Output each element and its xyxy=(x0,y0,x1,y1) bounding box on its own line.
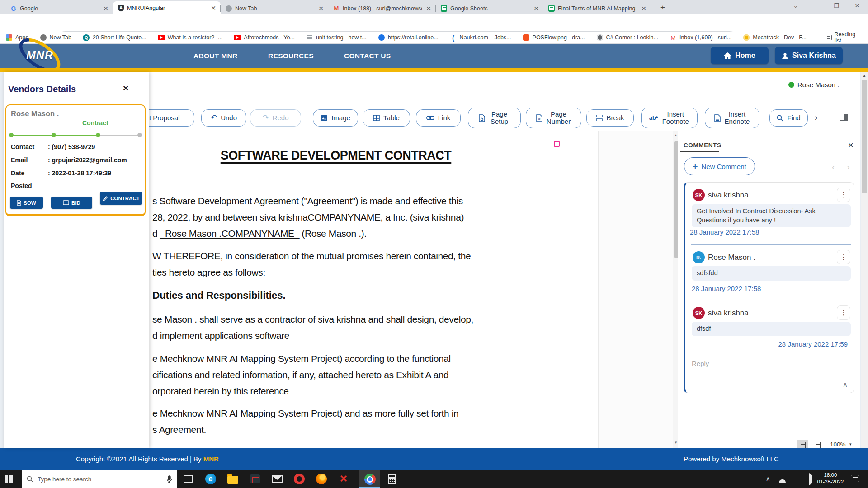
nav-contact-us[interactable]: CONTACT US xyxy=(344,44,391,68)
window-restore-icon[interactable]: ❐ xyxy=(827,0,845,13)
table-button[interactable]: Table xyxy=(363,109,410,127)
tab-google-sheets[interactable]: Google Sheets ✕ xyxy=(436,2,543,14)
bookmark-csharp-corner[interactable]: C# Corner : Lookin... xyxy=(596,34,658,41)
bid-button[interactable]: BID xyxy=(51,197,92,209)
document-line: e Mechknow MNR AI Mapping System Project… xyxy=(152,353,451,364)
opera-icon[interactable] xyxy=(293,473,305,485)
find-button[interactable]: Find xyxy=(769,109,808,127)
tab-new-tab[interactable]: New Tab ✕ xyxy=(221,2,328,14)
document-viewer[interactable]: SOFTWARE DEVELOPMENT CONTRACT s Software… xyxy=(149,131,673,448)
mnr-logo[interactable]: MNR xyxy=(16,42,67,68)
nav-about-mnr[interactable]: ABOUT MNR xyxy=(193,44,237,68)
comment-menu-icon[interactable]: ⋮ xyxy=(837,188,850,202)
page-setup-button[interactable]: Page Setup xyxy=(468,108,521,128)
tab-google[interactable]: G Google ✕ xyxy=(5,2,113,14)
new-tab-button[interactable]: + xyxy=(656,3,669,13)
user-button[interactable]: Siva Krishna xyxy=(775,47,843,64)
tab-close-icon[interactable]: ✕ xyxy=(640,5,647,12)
insert-endnote-icon xyxy=(714,114,721,122)
comment-menu-icon[interactable]: ⋮ xyxy=(837,250,850,264)
document-page[interactable]: SOFTWARE DEVELOPMENT CONTRACT s Software… xyxy=(149,131,599,448)
action-center-icon[interactable] xyxy=(851,475,859,482)
window-close-icon[interactable]: ✕ xyxy=(848,0,866,13)
tray-expand-icon[interactable]: ∧ xyxy=(766,475,770,482)
nav-resources[interactable]: RESOURCES xyxy=(268,44,314,68)
side-panel-toggle-icon[interactable] xyxy=(840,114,848,121)
bookmark-new-tab[interactable]: New Tab xyxy=(40,34,71,41)
scrollbar-thumb[interactable] xyxy=(674,141,678,258)
tab-inbox[interactable]: M Inbox (188) - suri@mechknowsof ✕ xyxy=(328,2,436,14)
collapse-thread-icon[interactable]: ∧ xyxy=(843,380,848,389)
search-input[interactable] xyxy=(38,476,162,483)
reply-input[interactable] xyxy=(691,358,851,371)
page-number-button[interactable]: # Page Number xyxy=(526,108,581,128)
calculator-icon[interactable] xyxy=(386,473,398,485)
window-minimize-icon[interactable]: — xyxy=(807,0,825,13)
scrollbar-thumb[interactable] xyxy=(862,80,867,193)
tray-volume-icon[interactable] xyxy=(807,475,814,483)
task-view-icon[interactable] xyxy=(182,473,194,485)
bookmark-inbox[interactable]: MInbox (1,609) - suri... xyxy=(670,34,731,41)
tab-close-icon[interactable]: ✕ xyxy=(425,5,432,12)
microphone-icon[interactable] xyxy=(166,475,172,483)
document-line: orporated herein by this reference xyxy=(152,386,289,397)
scroll-up-icon[interactable]: ▲ xyxy=(674,133,678,137)
taskbar-search[interactable] xyxy=(22,470,177,488)
page-scrollbar[interactable]: ▲ xyxy=(861,72,868,448)
red-x-app-icon[interactable]: ✕ xyxy=(338,473,349,485)
tab-close-icon[interactable]: ✕ xyxy=(210,5,217,12)
vendors-close-icon[interactable]: × xyxy=(123,83,128,94)
comment-anchor-marker-icon[interactable] xyxy=(554,141,560,147)
contract-button[interactable]: CONTRACT xyxy=(100,192,142,205)
bookmark-label: New Tab xyxy=(50,34,71,41)
redo-button[interactable]: ↷ Redo xyxy=(250,109,301,127)
undo-button[interactable]: ↶ Undo xyxy=(201,109,246,127)
insert-footnote-button[interactable]: ab¹ Insert Footnote xyxy=(641,108,698,128)
chrome-icon[interactable] xyxy=(364,473,376,485)
image-button[interactable]: Image xyxy=(313,109,358,127)
bookmark-afrotechmods[interactable]: Afrotechmods - Yo... xyxy=(234,34,295,41)
bookmark-posflow[interactable]: POSFlow.png - dra... xyxy=(523,34,585,41)
scroll-up-icon[interactable]: ▲ xyxy=(863,74,866,78)
zoom-caret-icon[interactable]: ▾ xyxy=(849,442,852,446)
break-button[interactable]: Break xyxy=(586,109,634,127)
window-menu-chevron-icon[interactable]: ⌄ xyxy=(787,0,805,13)
bookmark-unit-testing[interactable]: unit testing - how t... xyxy=(306,34,367,41)
store-app-icon[interactable] xyxy=(249,473,261,485)
start-button-icon[interactable] xyxy=(5,475,13,483)
tab-close-icon[interactable]: ✕ xyxy=(102,5,109,12)
toolbar-expand-chevron-icon[interactable]: › xyxy=(815,113,817,122)
bookmark-resistor[interactable]: What is a resistor? -... xyxy=(158,34,223,41)
footer-brand[interactable]: MNR xyxy=(203,455,219,463)
new-comment-button[interactable]: + New Comment xyxy=(684,157,755,175)
firefox-icon[interactable] xyxy=(316,473,327,485)
home-button[interactable]: Home xyxy=(711,47,769,64)
progress-dot xyxy=(52,133,56,137)
scroll-down-icon[interactable]: ▼ xyxy=(674,441,678,445)
bookmark-naukri[interactable]: (Naukri.com – Jobs... xyxy=(450,34,511,41)
next-comment-icon[interactable]: › xyxy=(847,162,850,172)
mail-icon[interactable] xyxy=(271,473,283,485)
comments-close-icon[interactable]: × xyxy=(848,140,854,150)
tab-final-tests[interactable]: Final Tests of MNR AI Mapping Sy ✕ xyxy=(543,2,651,14)
tab-close-icon[interactable]: ✕ xyxy=(533,5,540,12)
zoom-level-label[interactable]: 100% xyxy=(830,441,846,448)
bookmark-quotes[interactable]: Q20 Short Life Quote... xyxy=(83,34,146,41)
progress-dot xyxy=(96,133,100,137)
reading-list-button[interactable]: Reading list xyxy=(818,31,863,44)
file-explorer-icon[interactable] xyxy=(227,473,239,485)
sow-button[interactable]: SOW xyxy=(10,197,43,209)
tab-close-icon[interactable]: ✕ xyxy=(317,5,325,12)
tray-network-icon[interactable] xyxy=(794,475,801,483)
insert-endnote-button[interactable]: Insert Endnote xyxy=(705,108,760,128)
tray-person-icon[interactable] xyxy=(780,475,788,483)
line-fragment: d xyxy=(152,228,160,239)
bookmark-retail-online[interactable]: https://retail.online... xyxy=(378,34,439,41)
comment-menu-icon[interactable]: ⋮ xyxy=(837,305,850,320)
prev-comment-icon[interactable]: ‹ xyxy=(832,162,835,172)
bookmark-mechtrack[interactable]: Mechtrack - Dev - F... xyxy=(743,34,807,41)
edge-icon[interactable]: e xyxy=(205,473,217,485)
tab-mnruiangular[interactable]: A MNRUIAngular ✕ xyxy=(113,1,221,14)
taskbar-clock[interactable]: 18:00 01-28-2022 xyxy=(816,472,844,485)
link-button[interactable]: Link xyxy=(416,109,461,127)
